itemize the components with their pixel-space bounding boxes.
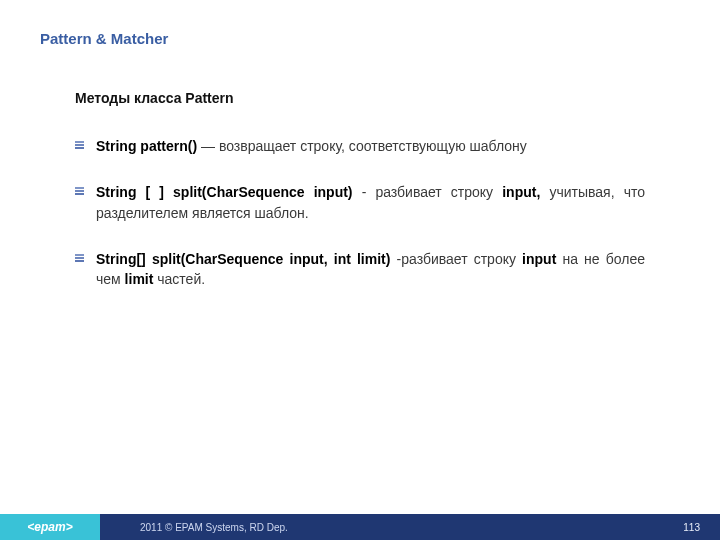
method-signature: String[] split(CharSequence input, int l… bbox=[96, 251, 390, 267]
method-signature: String pattern() bbox=[96, 138, 197, 154]
copyright-text: 2011 © EPAM Systems, RD Dep. bbox=[140, 522, 288, 533]
svg-rect-8 bbox=[75, 260, 84, 262]
method-signature: String [ ] split(CharSequence input) bbox=[96, 184, 353, 200]
bullet-text: String[] split(CharSequence input, int l… bbox=[96, 249, 645, 290]
bullet-icon bbox=[75, 141, 84, 149]
list-item: String [ ] split(CharSequence input) - р… bbox=[75, 182, 645, 223]
page-number: 113 bbox=[683, 522, 700, 533]
bullet-icon bbox=[75, 254, 84, 262]
list-item: String pattern() — возвращает строку, со… bbox=[75, 136, 645, 156]
brand-logo: <epam> bbox=[0, 514, 100, 540]
svg-rect-5 bbox=[75, 193, 84, 195]
footer-bar: 2011 © EPAM Systems, RD Dep. 113 bbox=[100, 514, 720, 540]
footer: <epam> 2011 © EPAM Systems, RD Dep. 113 bbox=[0, 514, 720, 540]
svg-rect-7 bbox=[75, 257, 84, 259]
bullet-text: String [ ] split(CharSequence input) - р… bbox=[96, 182, 645, 223]
svg-rect-0 bbox=[75, 141, 84, 143]
svg-rect-4 bbox=[75, 190, 84, 192]
svg-rect-2 bbox=[75, 147, 84, 149]
section-heading: Методы класса Pattern bbox=[75, 90, 645, 106]
bullet-text: String pattern() — возвращает строку, со… bbox=[96, 136, 527, 156]
bullet-icon bbox=[75, 187, 84, 195]
svg-rect-3 bbox=[75, 187, 84, 189]
svg-rect-6 bbox=[75, 254, 84, 256]
page-title: Pattern & Matcher bbox=[40, 30, 168, 47]
svg-rect-1 bbox=[75, 144, 84, 146]
content-area: Методы класса Pattern String pattern() —… bbox=[75, 90, 645, 315]
list-item: String[] split(CharSequence input, int l… bbox=[75, 249, 645, 290]
